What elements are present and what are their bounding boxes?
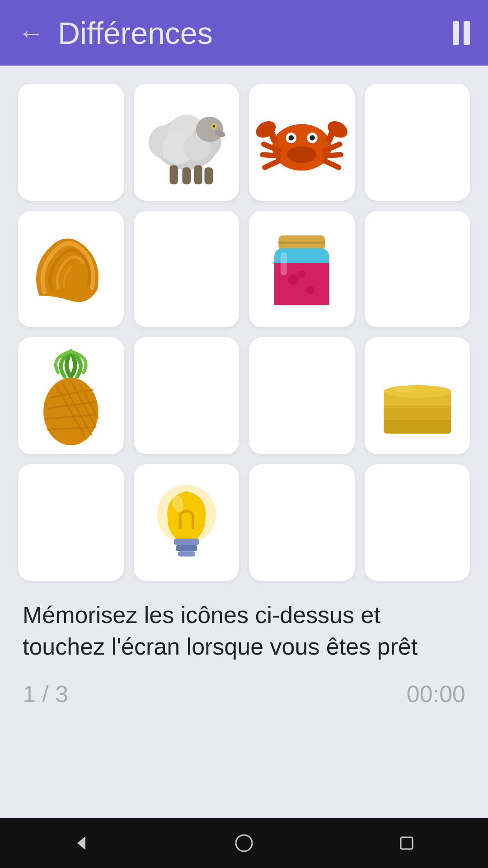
card-r0c0[interactable]	[18, 84, 124, 201]
card-r1c2[interactable]	[249, 211, 355, 328]
page-indicator: 1 / 3	[23, 680, 68, 708]
card-r3c3[interactable]	[365, 464, 470, 581]
svg-point-51	[384, 385, 451, 398]
card-r2c3[interactable]	[365, 337, 470, 454]
svg-line-24	[325, 161, 338, 167]
svg-rect-38	[281, 252, 287, 275]
instruction-text: Mémorisez les icônes ci-dessus et touche…	[18, 581, 470, 671]
svg-rect-10	[169, 165, 178, 184]
back-button[interactable]: ←	[18, 20, 44, 46]
svg-rect-13	[204, 167, 213, 184]
header: ← Différences	[0, 0, 488, 66]
card-r3c1[interactable]	[134, 464, 239, 581]
svg-line-20	[263, 155, 278, 156]
back-nav-icon[interactable]	[71, 833, 92, 854]
svg-rect-34	[274, 296, 329, 305]
home-nav-icon[interactable]	[234, 833, 254, 854]
svg-point-62	[236, 835, 252, 851]
svg-rect-63	[401, 837, 413, 849]
bottom-bar: 1 / 3 00:00	[18, 671, 470, 721]
recents-nav-icon[interactable]	[396, 833, 417, 854]
svg-point-28	[310, 135, 315, 141]
svg-point-35	[288, 274, 298, 284]
svg-point-37	[298, 270, 305, 278]
svg-point-6	[196, 117, 223, 142]
svg-rect-57	[174, 538, 199, 545]
svg-line-16	[270, 129, 274, 140]
svg-line-18	[329, 129, 333, 140]
svg-point-29	[287, 146, 316, 163]
pause-bar-left	[453, 21, 459, 45]
page-title: Différences	[58, 15, 453, 51]
icon-grid[interactable]	[18, 84, 470, 581]
svg-point-36	[306, 286, 314, 294]
android-nav-bar	[0, 818, 488, 868]
svg-point-8	[212, 125, 215, 127]
card-r1c1[interactable]	[134, 211, 239, 328]
pause-bar-right	[464, 21, 470, 45]
svg-marker-61	[77, 836, 85, 850]
svg-rect-12	[194, 165, 202, 184]
card-r0c3[interactable]	[365, 84, 470, 201]
card-r0c2[interactable]	[249, 84, 355, 201]
card-r3c0[interactable]	[18, 464, 124, 581]
svg-line-23	[325, 155, 341, 156]
svg-rect-59	[178, 551, 195, 557]
timer: 00:00	[407, 680, 465, 708]
card-r0c1[interactable]	[134, 84, 239, 201]
svg-line-21	[265, 161, 278, 167]
svg-point-26	[289, 135, 294, 141]
svg-rect-58	[176, 545, 197, 551]
svg-point-54	[394, 386, 415, 392]
card-r2c2[interactable]	[249, 337, 355, 454]
card-r2c1[interactable]	[134, 337, 239, 454]
svg-rect-11	[182, 167, 191, 184]
card-r1c0[interactable]	[18, 211, 124, 328]
card-r3c2[interactable]	[249, 464, 355, 581]
svg-rect-55	[384, 404, 451, 408]
pause-button[interactable]	[453, 21, 470, 45]
card-r2c0[interactable]	[18, 337, 124, 454]
main-content: Mémorisez les icônes ci-dessus et touche…	[0, 66, 488, 818]
card-r1c3[interactable]	[365, 211, 470, 328]
